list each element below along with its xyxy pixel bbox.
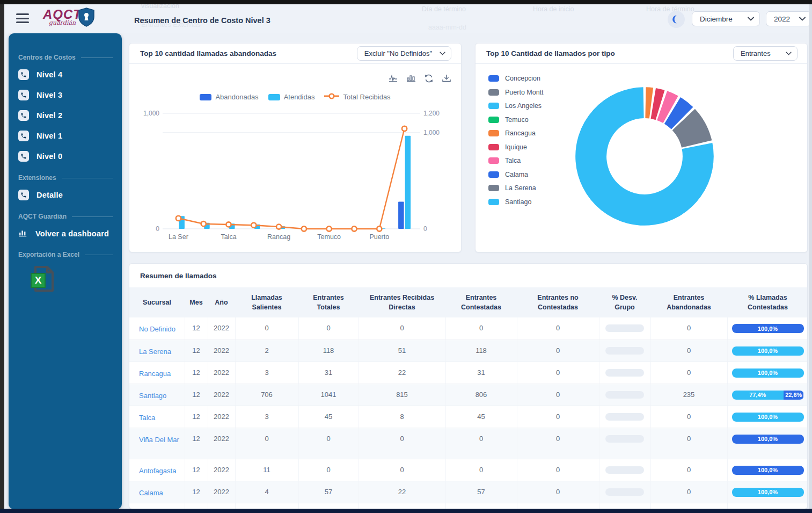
table-cell: 0 bbox=[445, 459, 517, 481]
desv-grupo-progress bbox=[605, 324, 644, 332]
sidebar-item-nivel-4[interactable]: Nivel 4 bbox=[17, 64, 113, 85]
refresh-icon[interactable] bbox=[424, 74, 434, 83]
sidebar-item-nivel-2[interactable]: Nivel 2 bbox=[17, 105, 113, 126]
bar-atendidas[interactable] bbox=[405, 136, 411, 229]
download-icon[interactable] bbox=[442, 74, 451, 83]
abandoned-calls-bar-chart[interactable]: 1,00001,2001,0000La SerTalcaRancagTemuco… bbox=[138, 106, 452, 247]
donut-legend-item-puerto-montt[interactable]: Puerto Montt bbox=[488, 89, 544, 96]
exclude-filter-select[interactable]: Excluir "No Definidos" bbox=[357, 46, 451, 61]
sucursal-link[interactable]: Talca bbox=[129, 406, 185, 428]
scrollbar-track[interactable] bbox=[809, 4, 812, 509]
line-marker[interactable] bbox=[327, 226, 332, 231]
donut-legend-item-iquique[interactable]: Iquique bbox=[488, 143, 544, 151]
line-marker[interactable] bbox=[226, 222, 231, 227]
sidebar-item-volver-a-dashboard[interactable]: Volver a dashboard bbox=[17, 223, 113, 243]
donut-legend-item-santiago[interactable]: Santiago bbox=[488, 198, 544, 206]
legend-label: Calama bbox=[505, 171, 528, 178]
donut-legend-item-los-angeles[interactable]: Los Angeles bbox=[488, 102, 544, 110]
sidebar-item-label: Nivel 2 bbox=[36, 111, 62, 120]
window-top-edge bbox=[0, 0, 812, 4]
table-cell: 0 bbox=[298, 317, 359, 339]
sidebar-item-detalle[interactable]: Detalle bbox=[17, 185, 113, 205]
year-select[interactable]: 2022 bbox=[766, 11, 811, 26]
column-chart-icon[interactable] bbox=[406, 74, 416, 83]
sucursal-link[interactable]: Rancagua bbox=[129, 362, 185, 384]
table-row: Santiago1220227061041815806023577,4%22,6… bbox=[129, 384, 808, 406]
sucursal-link[interactable]: No Definido bbox=[129, 317, 185, 339]
calls-by-type-donut-chart[interactable] bbox=[569, 81, 720, 232]
sidebar-section-title: Extensiones bbox=[18, 174, 113, 182]
line-marker[interactable] bbox=[402, 126, 407, 131]
sucursal-link[interactable]: Calama bbox=[129, 481, 185, 503]
line-marker[interactable] bbox=[377, 226, 382, 231]
phone-icon-badge bbox=[18, 69, 29, 80]
sucursal-link[interactable]: La Serena bbox=[129, 339, 185, 362]
table-cell: 235 bbox=[650, 384, 727, 406]
chevron-down-icon bbox=[786, 52, 792, 55]
table-cell: 1041 bbox=[298, 384, 359, 406]
column-header: Entrantes Contestadas bbox=[445, 287, 517, 317]
hamburger-menu-icon[interactable] bbox=[16, 13, 29, 23]
sidebar-item-nivel-3[interactable]: Nivel 3 bbox=[17, 85, 113, 105]
donut-slice-iquique[interactable] bbox=[653, 103, 660, 105]
axis-tick-label: 0 bbox=[423, 225, 427, 233]
table-cell: 0 bbox=[517, 459, 599, 481]
table-cell: 0 bbox=[650, 406, 727, 428]
donut-slice-rancagua[interactable] bbox=[646, 103, 652, 103]
axis-tick-label: Temuco bbox=[317, 233, 341, 241]
sidebar-item-nivel-1[interactable]: Nivel 1 bbox=[17, 126, 113, 146]
sidebar-item-nivel-0[interactable]: Nivel 0 bbox=[17, 146, 113, 167]
sidebar-item-label: Nivel 1 bbox=[36, 132, 62, 140]
table-cell: 706 bbox=[235, 384, 298, 406]
donut-legend-item-temuco[interactable]: Temuco bbox=[488, 116, 544, 124]
legend-label: Talca bbox=[505, 157, 521, 164]
sidebar-item-label: Nivel 3 bbox=[36, 91, 62, 99]
legend-label: Abandonadas bbox=[215, 93, 258, 101]
pct-bar-segment: 100,0% bbox=[732, 369, 804, 378]
call-type-select[interactable]: Entrantes bbox=[733, 46, 798, 61]
desv-grupo-progress bbox=[605, 391, 644, 399]
pct-contestadas-bar: 100,0% bbox=[732, 369, 804, 378]
sucursal-link[interactable]: Viña Del Mar bbox=[129, 428, 185, 459]
section-divider bbox=[81, 57, 113, 58]
dark-mode-toggle[interactable] bbox=[668, 11, 685, 28]
line-marker[interactable] bbox=[276, 224, 281, 229]
export-excel-button[interactable]: X bbox=[29, 264, 113, 296]
legend-line-marker bbox=[324, 93, 339, 101]
legend-item-total-recibidas[interactable]: Total Recibidas bbox=[324, 93, 390, 101]
month-select[interactable]: Diciembre bbox=[692, 11, 760, 26]
bar-chart-icon bbox=[18, 228, 28, 237]
column-header: Entrantes no Contestadas bbox=[517, 287, 599, 317]
donut-slice-santiago[interactable] bbox=[591, 103, 698, 210]
sucursal-link[interactable]: Antofagasta bbox=[129, 459, 185, 481]
excel-export-icon[interactable]: X bbox=[29, 264, 57, 294]
donut-legend-item-rancagua[interactable]: Rancagua bbox=[488, 129, 544, 137]
phone-icon-badge bbox=[18, 131, 29, 141]
line-marker[interactable] bbox=[251, 223, 256, 228]
table-cell: 0 bbox=[298, 428, 359, 459]
line-marker[interactable] bbox=[201, 221, 206, 226]
table-cell: 0 bbox=[359, 428, 445, 459]
legend-item-abandonadas[interactable]: Abandonadas bbox=[200, 93, 258, 101]
donut-slice-la-serena[interactable] bbox=[684, 120, 697, 144]
bar-abandonadas[interactable] bbox=[398, 201, 404, 229]
table-cell: 806 bbox=[445, 384, 517, 406]
donut-legend-item-talca[interactable]: Talca bbox=[488, 157, 544, 164]
legend-item-atendidas[interactable]: Atendidas bbox=[268, 93, 315, 101]
donut-legend-item-concepcion[interactable]: Concepcion bbox=[488, 75, 544, 82]
line-marker[interactable] bbox=[302, 226, 306, 231]
table-cell: 0 bbox=[650, 428, 727, 459]
abandoned-calls-card: Top 10 cantidad llamadas abandonadas Exc… bbox=[129, 43, 462, 252]
donut-legend-item-la-serena[interactable]: La Serena bbox=[488, 184, 544, 192]
donut-slice-talca[interactable] bbox=[662, 106, 671, 110]
line-marker[interactable] bbox=[352, 226, 356, 231]
line-chart-icon[interactable] bbox=[389, 74, 398, 83]
sucursal-link[interactable]: Santiago bbox=[129, 384, 185, 406]
pct-bar-segment: 100,0% bbox=[732, 435, 804, 444]
table-cell: 0 bbox=[517, 362, 599, 384]
donut-slice-calama[interactable] bbox=[672, 111, 682, 118]
table-cell: 815 bbox=[359, 384, 445, 406]
donut-legend-item-calama[interactable]: Calama bbox=[488, 171, 544, 178]
pct-bar-segment: 22,6% bbox=[784, 391, 804, 400]
line-marker[interactable] bbox=[176, 216, 181, 221]
